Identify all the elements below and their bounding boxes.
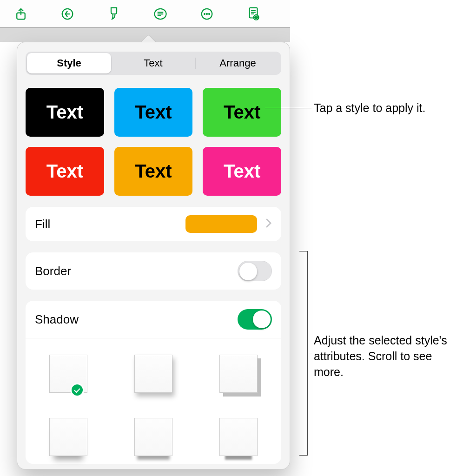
format-brush-icon[interactable] [106, 6, 122, 22]
tab-arrange[interactable]: Arrange [196, 53, 280, 73]
style-tile[interactable]: Text [26, 147, 104, 196]
style-tile[interactable]: Text [114, 88, 193, 137]
style-tile[interactable]: Text [203, 88, 281, 137]
callout-top: Tap a style to apply it. [314, 101, 425, 115]
read-mode-icon[interactable] [245, 6, 261, 22]
callout-line [265, 108, 311, 108]
style-tile[interactable]: Text [203, 147, 281, 196]
border-label: Border [35, 264, 238, 278]
style-tile[interactable]: Text [114, 147, 193, 196]
callout-bottom: Adjust the selected style's attributes. … [314, 333, 450, 380]
chevron-right-icon [265, 218, 272, 231]
shadow-section: Shadow [26, 301, 281, 464]
fill-label: Fill [35, 217, 185, 231]
shadow-option[interactable] [210, 351, 267, 396]
fill-row[interactable]: Fill [26, 207, 281, 241]
shadow-option[interactable] [125, 415, 182, 459]
svg-point-5 [206, 13, 207, 14]
shadow-switch[interactable] [238, 309, 272, 330]
border-row: Border [26, 252, 281, 290]
shadow-grid [26, 338, 281, 464]
undo-icon[interactable] [60, 6, 75, 22]
check-icon [70, 383, 84, 397]
list-icon[interactable] [152, 6, 168, 22]
more-icon[interactable] [199, 6, 215, 22]
shadow-option[interactable] [40, 415, 97, 459]
toolbar [0, 0, 290, 28]
shadow-option[interactable] [40, 351, 97, 396]
border-switch[interactable] [238, 261, 272, 281]
style-tile-grid: TextTextTextTextTextText [26, 88, 281, 196]
callout-line [309, 353, 312, 353]
style-tile[interactable]: Text [26, 88, 104, 137]
shadow-label: Shadow [35, 312, 238, 327]
fill-swatch [185, 215, 257, 233]
tab-text[interactable]: Text [111, 53, 195, 73]
svg-point-4 [204, 13, 205, 14]
segmented-control: Style Text Arrange [26, 52, 281, 75]
tab-style[interactable]: Style [27, 53, 111, 73]
callout-bracket [299, 251, 308, 456]
shadow-option[interactable] [210, 415, 267, 459]
format-popover: Style Text Arrange TextTextTextTextTextT… [17, 42, 290, 469]
shadow-option[interactable] [125, 351, 182, 396]
svg-point-6 [209, 13, 210, 14]
share-icon[interactable] [13, 6, 29, 22]
